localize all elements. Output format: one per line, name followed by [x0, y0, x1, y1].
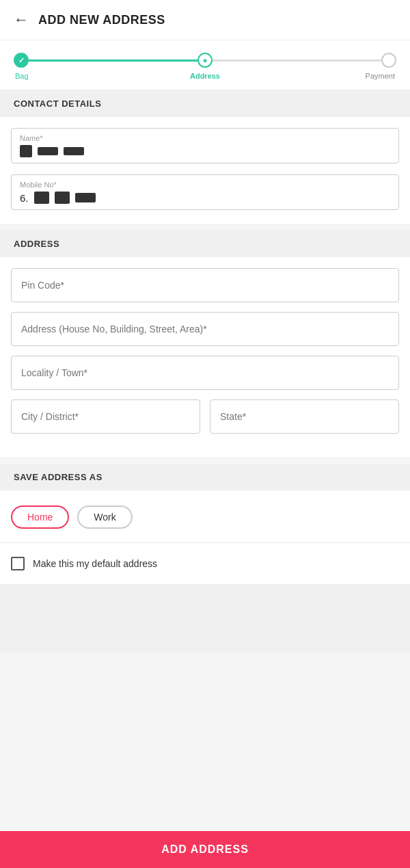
save-address-header: SAVE ADDRESS AS [0, 464, 410, 490]
step-bag-circle: ✓ [14, 53, 29, 68]
step-address-circle: ● [197, 53, 213, 68]
mobile-redacted-3 [75, 193, 96, 202]
mobile-prefix: 6. [20, 192, 29, 204]
track-address-payment [213, 60, 381, 62]
address-section [0, 257, 410, 457]
name-label: Name* [20, 134, 390, 142]
pin-code-input[interactable] [11, 268, 399, 302]
mobile-redacted-1 [34, 192, 49, 204]
mobile-redacted-2 [55, 192, 70, 204]
track-bag-address [29, 60, 197, 62]
back-button[interactable]: ← [14, 12, 29, 27]
name-redacted-2 [38, 147, 58, 155]
default-address-checkbox[interactable] [11, 557, 25, 570]
progress-section: ✓ ● Bag Address Payment [0, 40, 410, 90]
progress-track: ✓ ● [14, 53, 396, 68]
address-input[interactable] [11, 312, 399, 346]
contact-details-section: Name* Mobile No* 6. [0, 117, 410, 224]
name-field-group: Name* [11, 128, 399, 163]
step-label-bag: Bag [15, 72, 141, 80]
step-label-address: Address [141, 72, 268, 80]
mobile-label: Mobile No* [20, 181, 390, 189]
contact-details-header: CONTACT DETAILS [0, 90, 410, 117]
default-address-section: Make this my default address [0, 542, 410, 584]
mobile-field-group: Mobile No* 6. [11, 174, 399, 210]
locality-input[interactable] [11, 356, 399, 390]
bottom-bar: ADD ADDRESS [0, 831, 410, 868]
work-type-button[interactable]: Work [77, 505, 132, 529]
step-label-payment: Payment [269, 72, 395, 80]
step-labels: Bag Address Payment [14, 72, 396, 80]
step-payment-circle [381, 53, 396, 68]
save-address-section: Home Work [0, 490, 410, 542]
home-type-button[interactable]: Home [11, 505, 69, 529]
name-redacted-1 [20, 145, 32, 157]
header: ← ADD NEW ADDRESS [0, 0, 410, 40]
name-redacted-3 [64, 147, 84, 155]
spacer [0, 584, 410, 653]
address-header: ADDRESS [0, 231, 410, 257]
page-title: ADD NEW ADDRESS [38, 13, 165, 27]
address-type-buttons: Home Work [11, 505, 399, 529]
mobile-value: 6. [20, 192, 390, 204]
add-address-button[interactable]: ADD ADDRESS [14, 843, 396, 856]
state-input[interactable] [210, 399, 399, 434]
city-input[interactable] [11, 399, 200, 434]
name-value [20, 145, 390, 157]
city-state-row [11, 399, 399, 434]
default-address-label: Make this my default address [33, 558, 157, 569]
